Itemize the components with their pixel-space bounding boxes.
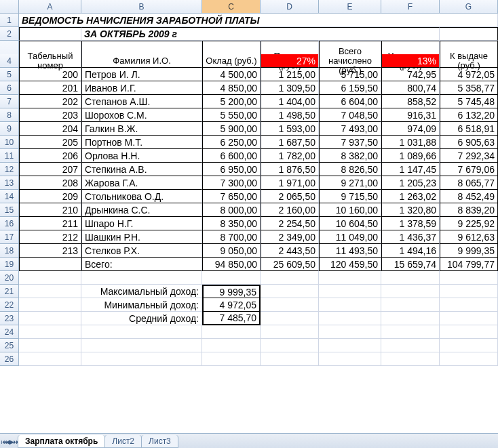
cell-name[interactable]: Степанов А.Ш. [81,95,202,108]
empty-24-6[interactable] [440,325,498,339]
cell-id[interactable]: 211 [19,217,81,230]
empty-23-3[interactable] [440,312,498,325]
cell-name[interactable]: Стелков Р.Х. [81,244,202,258]
row-header-13[interactable]: 13 [0,176,19,190]
cell-g[interactable]: 7 679,06 [440,163,498,176]
cell-g[interactable]: 5 745,48 [440,95,498,108]
row-header-26[interactable]: 26 [0,352,19,366]
cell-f[interactable]: 1 147,45 [381,163,440,176]
col-header-D[interactable]: D [261,0,319,14]
col-header-E[interactable]: E [319,0,381,14]
cell-g[interactable]: 8 065,77 [440,176,498,190]
cell-name[interactable]: Орлова Н.Н. [81,149,202,163]
empty-25-2[interactable] [202,339,261,352]
empty-26-6[interactable] [440,352,498,366]
row-header-5[interactable]: 5 [0,68,19,81]
cell-f[interactable]: 858,52 [381,95,440,108]
cell-id[interactable]: 205 [19,136,81,149]
cell-e[interactable]: 7 937,50 [319,136,381,149]
cell-name[interactable]: Шашкин Р.Н. [81,230,202,244]
empty-24-5[interactable] [381,325,440,339]
cell-c[interactable]: 4 850,00 [202,81,261,95]
cell-f[interactable]: 974,09 [381,122,440,136]
row-header-6[interactable]: 6 [0,81,19,95]
row-header-10[interactable]: 10 [0,136,19,149]
row-header-14[interactable]: 14 [0,190,19,203]
cell-f[interactable]: 1 494,16 [381,244,440,258]
empty-22-1[interactable] [319,298,381,312]
cell-d[interactable]: 1 404,00 [261,95,319,108]
empty-25-4[interactable] [319,339,381,352]
empty-26-3[interactable] [261,352,319,366]
sheet-tab-2[interactable]: Лист3 [141,435,178,448]
empty-20-4[interactable] [319,271,381,285]
cell-g[interactable]: 8 452,49 [440,190,498,203]
cell-name[interactable]: Жарова Г.А. [81,176,202,190]
cell-c[interactable]: 7 300,00 [202,176,261,190]
cell-d[interactable]: 2 443,50 [261,244,319,258]
empty-26-0[interactable] [19,352,81,366]
cell-g[interactable]: 6 905,63 [440,136,498,149]
empty-24-2[interactable] [202,325,261,339]
col-header-G[interactable]: G [440,0,498,14]
cell-d[interactable]: 1 215,00 [261,68,319,81]
row-header-9[interactable]: 9 [0,122,19,136]
row-header-23[interactable]: 23 [0,312,19,325]
empty-26-2[interactable] [202,352,261,366]
empty-a22[interactable] [19,298,81,312]
cell-e[interactable]: 7 048,50 [319,108,381,122]
cell-d[interactable]: 2 160,00 [261,203,319,217]
cell-d[interactable]: 1 971,00 [261,176,319,190]
cell-d[interactable]: 1 309,50 [261,81,319,95]
cell-e[interactable]: 10 604,50 [319,217,381,230]
cell-name[interactable]: Стольникова О.Д. [81,190,202,203]
cell-id[interactable]: 201 [19,81,81,95]
empty-20-5[interactable] [381,271,440,285]
empty-20-6[interactable] [440,271,498,285]
empty-a23[interactable] [19,312,81,325]
empty-24-3[interactable] [261,325,319,339]
col-header-C[interactable]: C [202,0,261,14]
cell-name[interactable]: Иванов И.Г. [81,81,202,95]
cell-g[interactable]: 8 839,20 [440,203,498,217]
row-header-15[interactable]: 15 [0,203,19,217]
empty-20-2[interactable] [202,271,261,285]
row-header-12[interactable]: 12 [0,163,19,176]
empty-a21[interactable] [19,285,81,298]
cell-d[interactable]: 1 593,00 [261,122,319,136]
cell-g[interactable]: 5 358,77 [440,81,498,95]
cell-id[interactable]: 213 [19,244,81,258]
cell-e[interactable]: 5 715,00 [319,68,381,81]
cell-c[interactable]: 6 950,00 [202,163,261,176]
col-header-B[interactable]: B [81,0,202,14]
row-header-2[interactable]: 2 [0,27,19,41]
row-header-4[interactable]: 4 [0,54,19,68]
stat-value-min[interactable]: 4 972,05 [202,298,261,312]
empty-26-1[interactable] [81,352,202,366]
cell-e[interactable]: 7 493,00 [319,122,381,136]
empty-26-4[interactable] [319,352,381,366]
cell-f[interactable]: 1 263,02 [381,190,440,203]
cell-f[interactable]: 1 089,66 [381,149,440,163]
cell-d[interactable]: 1 782,00 [261,149,319,163]
cell-d[interactable]: 1 876,50 [261,163,319,176]
cell-g[interactable]: 9 612,63 [440,230,498,244]
cell-name[interactable]: Шорохов С.М. [81,108,202,122]
cell-f[interactable]: 1 031,88 [381,136,440,149]
row-header-24[interactable]: 24 [0,325,19,339]
empty-22-2[interactable] [381,298,440,312]
row-header-8[interactable]: 8 [0,108,19,122]
cell-e[interactable]: 11 049,00 [319,230,381,244]
sheet-tab-0[interactable]: Зарплата октябрь [18,435,105,448]
row-header-25[interactable]: 25 [0,339,19,352]
stat-value-avg[interactable]: 7 485,70 [202,312,261,325]
cell-id[interactable]: 203 [19,108,81,122]
cell-f[interactable]: 916,31 [381,108,440,122]
empty-24-0[interactable] [19,325,81,339]
cell-e[interactable]: 10 160,00 [319,203,381,217]
row-header-7[interactable]: 7 [0,95,19,108]
cell-name[interactable]: Дрынкина С.С. [81,203,202,217]
empty-20-0[interactable] [19,271,81,285]
cell-e[interactable]: 8 826,50 [319,163,381,176]
row-header-22[interactable]: 22 [0,298,19,312]
